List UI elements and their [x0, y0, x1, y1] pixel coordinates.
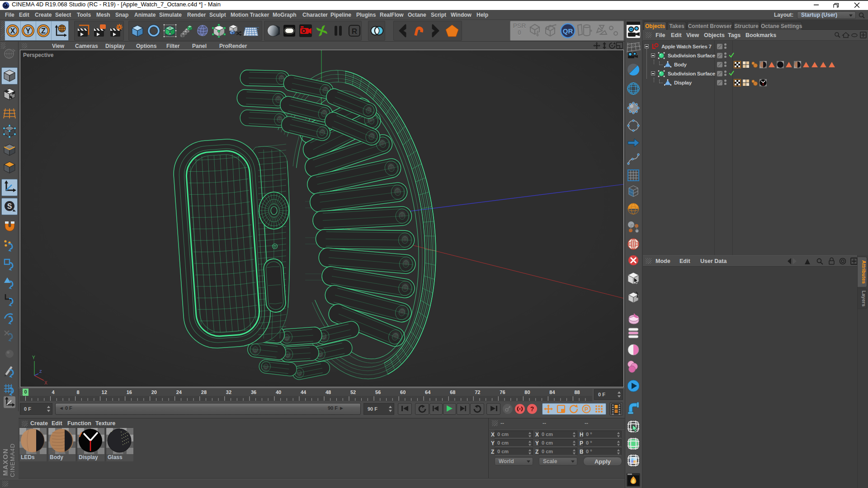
svg-text:64: 64	[425, 389, 431, 395]
svg-text:QR: QR	[563, 27, 573, 35]
svg-text:S: S	[7, 202, 12, 210]
svg-text:Y: Y	[26, 27, 31, 35]
svg-text:Z: Z	[41, 27, 46, 35]
svg-text:48: 48	[326, 389, 331, 395]
svg-text:84: 84	[549, 389, 555, 395]
svg-text:28: 28	[201, 389, 207, 395]
svg-text:8: 8	[77, 389, 80, 395]
svg-text:52: 52	[350, 389, 356, 395]
svg-text:X: X	[10, 27, 15, 35]
svg-text:76: 76	[500, 389, 505, 395]
svg-text:R: R	[352, 27, 357, 36]
svg-text:16: 16	[127, 389, 132, 395]
svg-text:12: 12	[102, 389, 107, 395]
svg-text:56: 56	[375, 389, 381, 395]
svg-text:60: 60	[400, 389, 406, 395]
svg-text:80: 80	[524, 389, 530, 395]
svg-text:32: 32	[226, 389, 231, 395]
svg-text:36: 36	[251, 389, 256, 395]
svg-text:88: 88	[574, 389, 580, 395]
svg-text:44: 44	[301, 389, 307, 395]
svg-text:20: 20	[151, 389, 157, 395]
svg-text:4: 4	[52, 389, 55, 395]
svg-text:24: 24	[176, 389, 182, 395]
svg-text:72: 72	[475, 389, 480, 395]
svg-text:68: 68	[450, 389, 455, 395]
svg-text:P: P	[585, 406, 588, 413]
svg-text:40: 40	[276, 389, 281, 395]
